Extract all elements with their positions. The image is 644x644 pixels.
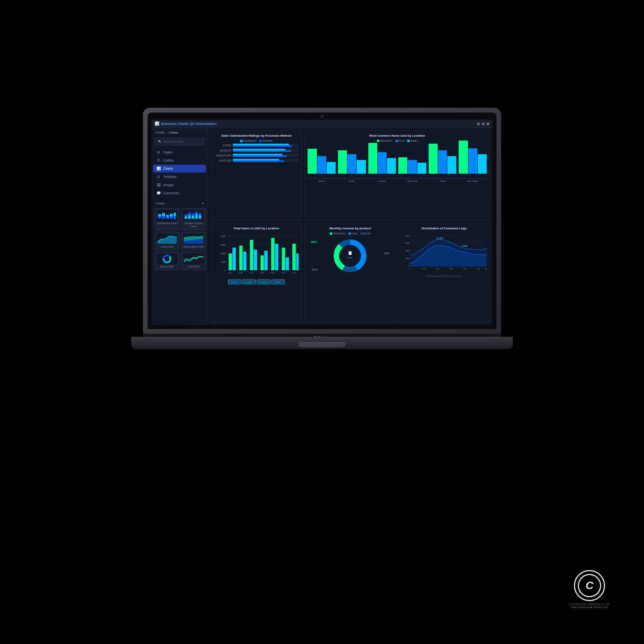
charts-icon: 📊 <box>156 167 161 171</box>
trackpad[interactable] <box>299 342 345 347</box>
svg-text:2023: 2023 <box>292 272 296 274</box>
sidebar-item-images-label: Images <box>163 183 174 187</box>
scope2-btn[interactable]: Scope 2 <box>243 280 256 284</box>
scope3-btn[interactable]: Scope 3 <box>257 280 270 284</box>
thumb-stacked-bar[interactable]: Stacked Bar Chart <box>155 208 179 230</box>
thumb-donut[interactable]: Donut Chart <box>155 252 179 270</box>
close-button[interactable]: ✕ <box>486 122 489 125</box>
app-content: HOME > Charts 🔍 Search Charts <box>151 128 493 325</box>
sidebar-nav: ⊞ Pages ☰ Outline 📊 Charts <box>151 148 208 197</box>
title-bar: 📊 Business Charts Q1 Presentation — □ ✕ <box>151 120 493 128</box>
svg-text:2019: 2019 <box>250 272 253 274</box>
window-controls: — □ ✕ <box>477 122 489 125</box>
legend-electronics-label: Electronics <box>380 139 392 142</box>
search-input[interactable]: Search Charts <box>163 140 183 143</box>
images-icon: 🖼 <box>156 183 161 187</box>
label-sandiego: San Diego <box>459 180 487 182</box>
sidebar: HOME > Charts 🔍 Search Charts <box>151 128 208 325</box>
svg-rect-19 <box>199 213 201 215</box>
svg-rect-11 <box>185 214 187 216</box>
dist-area2 <box>410 239 486 266</box>
scope4-btn[interactable]: Scope 4 <box>271 280 285 284</box>
thumb-area[interactable]: Area Chart <box>155 232 179 250</box>
legend-dissatisfied-dot <box>240 140 243 142</box>
hbar-store-sat <box>233 145 292 147</box>
comments-icon: 💬 <box>156 191 161 195</box>
legend-electronics: Electronics <box>377 139 392 142</box>
hbar-mobileapp-sat <box>233 155 287 157</box>
app-icon: 📊 <box>155 121 159 126</box>
gbar-berlin-food <box>347 154 356 174</box>
svg-text:0: 0 <box>225 269 226 272</box>
webcam <box>320 115 324 118</box>
gbar-london-electronics <box>368 143 377 174</box>
svg-rect-44 <box>282 248 285 270</box>
gbar-london-food <box>378 152 387 174</box>
breadcrumb: HOME > Charts <box>151 128 208 136</box>
svg-rect-37 <box>243 252 246 270</box>
panel-sales-satisfaction: Sales Satisfaction Ratings by Purchase M… <box>210 130 302 221</box>
gbar-paris-food <box>438 150 447 174</box>
svg-text:400: 400 <box>463 268 466 270</box>
gbar-newyork-food <box>408 160 417 174</box>
svg-rect-40 <box>260 255 264 270</box>
maximize-button[interactable]: □ <box>482 122 485 125</box>
gbar-berlin-books <box>357 160 366 174</box>
hbar-mobileapp-label: MOBILE APP <box>214 154 231 157</box>
hbar-website-sat <box>233 150 291 152</box>
label-austin: Austin <box>308 180 336 182</box>
svg-rect-39 <box>254 250 257 270</box>
scope1-btn[interactable]: Scope 1 <box>228 280 241 284</box>
charts-section-header[interactable]: Charts ▾ <box>155 200 204 207</box>
svg-rect-47 <box>296 253 299 270</box>
gbar-paris-books <box>447 156 456 174</box>
main-content: Sales Satisfaction Ratings by Purchase M… <box>208 128 493 325</box>
gbar-austin <box>308 149 336 174</box>
sidebar-item-template[interactable]: ⊡ Template <box>153 173 206 181</box>
laptop: 📊 Business Charts Q1 Presentation — □ ✕ <box>108 108 536 536</box>
gbar-sandiego-books <box>478 154 487 174</box>
thumb-area-label: Area Chart <box>161 245 173 248</box>
template-icon: ⊡ <box>156 175 161 179</box>
svg-text:20%: 20% <box>405 257 409 260</box>
gbar-london <box>368 143 396 174</box>
search-box[interactable]: 🔍 Search Charts <box>155 138 204 145</box>
rev-legend-books: Books <box>361 232 371 235</box>
outline-icon: ☰ <box>156 158 161 162</box>
breadcrumb-current: Charts <box>169 131 178 134</box>
pct-42: 42% <box>311 268 318 271</box>
sidebar-item-charts[interactable]: 📊 Charts <box>153 165 206 172</box>
panel-common-items: Most common items sold by Location Elect… <box>304 130 490 221</box>
sidebar-item-images[interactable]: 🖼 Images <box>153 181 206 189</box>
gbar-paris <box>429 144 457 174</box>
thumb-stacked-area[interactable]: Stcked Area Chart <box>181 232 206 250</box>
sidebar-item-pages[interactable]: ⊞ Pages <box>153 148 206 156</box>
svg-rect-15 <box>192 213 194 216</box>
thumb-line[interactable]: Line Chart <box>181 252 206 270</box>
search-icon: 🔍 <box>158 140 162 143</box>
thumb-stacked-bar-label: Stacked Bar Chart <box>157 222 177 225</box>
hbar-mobileapp: MOBILE APP <box>214 154 299 157</box>
coconut-logo: C COCONUT SOFT CREATION CO.,LTD.บริษัท โ… <box>566 566 613 613</box>
svg-text:2020: 2020 <box>260 272 264 274</box>
svg-rect-34 <box>229 253 232 270</box>
breadcrumb-home: HOME <box>155 131 165 134</box>
svg-rect-8 <box>174 213 176 216</box>
breadcrumb-sep: > <box>166 131 168 134</box>
rev-legend-food-label: Food <box>352 232 357 235</box>
thumb-line-label: Line Chart <box>188 265 199 268</box>
sidebar-item-comments[interactable]: 💬 Comments <box>153 189 206 197</box>
svg-rect-12 <box>188 215 191 219</box>
sidebar-item-outline-label: Outline <box>163 158 174 162</box>
thumb-stacked-column-label: Stacked Column Chart <box>183 222 204 228</box>
thumb-stacked-bar-preview <box>157 210 178 221</box>
minimize-button[interactable]: — <box>477 122 480 125</box>
hbar-website-track <box>233 149 299 152</box>
sidebar-item-outline[interactable]: ☰ Outline <box>153 157 206 164</box>
thumb-area-preview <box>157 234 178 245</box>
sidebar-item-template-label: Template <box>163 175 177 179</box>
thumb-stacked-column[interactable]: Stacked Column Chart <box>181 208 206 230</box>
sidebar-item-pages-label: Pages <box>163 150 172 154</box>
svg-text:60%: 60% <box>405 242 409 244</box>
legend-dissatisfied: Dissatisfied <box>240 139 256 142</box>
